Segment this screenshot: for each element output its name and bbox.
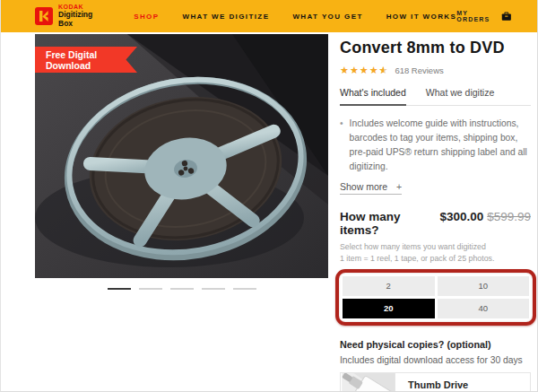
star-icon: ★ [360,65,369,75]
quantity-heading: How many items? [340,210,439,237]
nav-item-shop[interactable]: SHOP [134,13,159,21]
bullet-glyph: • [340,117,343,174]
product-panel: Convert 8mm to DVD ★ ★ ★ ★ ★★ 618 Review… [340,39,531,392]
quantity-option-20-selected[interactable]: 20 [343,299,435,318]
quantity-subtitle: Select how many items you want digitized [340,242,531,251]
addon-name: Thumb Drive [408,379,483,390]
nav-links: SHOP WHAT WE DIGITIZE WHAT YOU GET HOW I… [134,13,456,21]
star-icon: ★ [340,65,349,75]
brand-product-line: Digitizing Box [58,11,94,29]
quantity-note: 1 item = 1 reel, 1 tape, or pack of 25 p… [340,254,531,263]
price-group: $300.00$599.99 [439,208,531,224]
product-gallery: Free Digital Download [35,34,328,290]
quantity-option-10[interactable]: 10 [438,276,530,296]
star-icon: ★ [369,65,378,75]
quantity-annotation-highlight: 2 10 20 40 [335,269,536,326]
my-orders-link[interactable]: MY ORDERS [456,10,493,22]
quantity-option-40[interactable]: 40 [438,299,530,318]
kodak-logo[interactable]: KODAK Digitizing Box [35,4,94,29]
half-star-icon: ★★ [379,65,388,75]
nav-item-how-it-works[interactable]: HOW IT WORKS [386,13,457,21]
carousel-dash-3[interactable] [170,288,194,290]
addons-subheading: Includes digital download access for 30 … [340,355,531,365]
tab-whats-included[interactable]: What's included [340,87,406,106]
kodak-logo-icon [35,7,53,25]
carousel-dash-4[interactable] [202,288,225,290]
carousel-dash-5[interactable] [233,288,256,290]
old-price: $599.99 [487,210,531,223]
addons-heading: Need physical copies? (optional) [340,339,531,350]
nav-item-what-you-get[interactable]: WHAT YOU GET [292,13,362,21]
addon-info: Thumb Drive Perfect for computer + $39.9… [396,373,483,392]
star-rating: ★ ★ ★ ★ ★★ [340,65,387,75]
navbar: KODAK Digitizing Box SHOP WHAT WE DIGITI… [1,0,537,32]
page: KODAK Digitizing Box SHOP WHAT WE DIGITI… [0,0,538,392]
nav-right: MY ORDERS [456,10,512,22]
quantity-option-2[interactable]: 2 [343,276,435,296]
carousel-indicators [35,288,328,290]
review-count[interactable]: 618 Reviews [395,65,443,75]
nav-item-what-we-digitize[interactable]: WHAT WE DIGITIZE [182,13,269,21]
tab-what-we-digitize[interactable]: What we digitize [426,87,494,105]
current-price: $300.00 [439,210,483,223]
carousel-dash-2[interactable] [139,288,162,290]
quantity-options: 2 10 20 40 [343,276,529,318]
product-image: Free Digital Download [35,34,328,278]
description-text: Includes welcome guide with instructions… [350,117,531,174]
thumb-drive-image [341,373,396,392]
star-icon: ★ [350,65,359,75]
product-title: Convert 8mm to DVD [340,39,531,57]
cart-icon[interactable] [501,11,512,22]
show-more-link[interactable]: Show more+ [340,181,402,195]
carousel-dash-1[interactable] [108,288,131,290]
rating-row[interactable]: ★ ★ ★ ★ ★★ 618 Reviews [340,65,531,75]
tabs: What's included What we digitize [340,87,531,106]
addon-thumb-drive[interactable]: Thumb Drive Perfect for computer + $39.9… [340,372,531,392]
product-description: • Includes welcome guide with instructio… [340,117,531,174]
quantity-header: How many items? $300.00$599.99 [340,208,531,237]
plus-icon: + [396,181,402,192]
free-download-badge: Free Digital Download [35,47,137,73]
